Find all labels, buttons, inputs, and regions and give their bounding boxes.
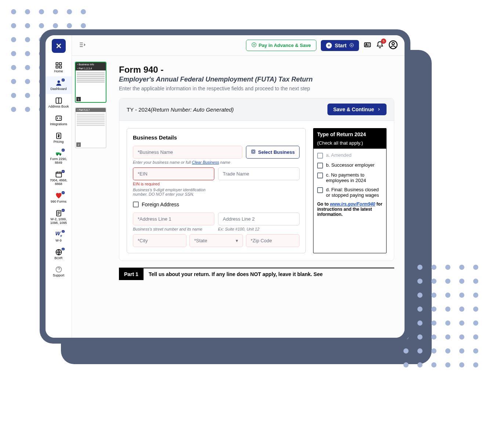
nav-label-pricing: Pricing: [54, 140, 64, 144]
return-type-section: Type of Return 2024 (Check all that appl…: [313, 128, 387, 253]
svg-point-4: [57, 80, 60, 83]
nav-7004[interactable]: 7004, 4868, 8868: [46, 168, 72, 189]
save-continue-button[interactable]: Save & Continue: [327, 104, 387, 115]
thumb2-number: 2: [76, 142, 81, 147]
thumbnail-page-1[interactable]: › Business Info › Part 1,2,3,4 1: [75, 62, 106, 103]
nav-form-2290[interactable]: Form 2290, 8849: [46, 146, 72, 168]
nav-integrations[interactable]: Integrations: [46, 112, 72, 129]
code-icon: [55, 115, 62, 122]
nav-boir[interactable]: BOIR: [46, 246, 72, 263]
svg-rect-1: [59, 63, 61, 65]
start-button[interactable]: + Start: [321, 40, 359, 51]
svg-rect-20: [252, 150, 255, 153]
help-icon: [55, 266, 62, 273]
ty-return-num: (Return Number: Auto Generated): [151, 106, 234, 113]
pay-advance-label: Pay in Advance & Save: [259, 43, 311, 48]
nav-990[interactable]: 990 Forms: [46, 189, 72, 207]
part-1-text: Tell us about your return. If any line d…: [149, 271, 323, 277]
app-frame: Home Dashboard Address Book Integrations…: [40, 29, 410, 344]
address1-helper: Business's street number and its name: [133, 227, 214, 231]
pay-advance-button[interactable]: Pay in Advance & Save: [246, 40, 317, 51]
form-subtitle: Employer's Annual Federal Unemployment (…: [119, 76, 394, 83]
nav-dashboard[interactable]: Dashboard: [46, 76, 72, 94]
business-icon: [251, 149, 256, 155]
bell-icon[interactable]: 5: [376, 41, 384, 50]
address-line-2-input[interactable]: [218, 213, 300, 225]
return-type-successor: b. Successor employer: [317, 162, 382, 168]
state-placeholder: *State: [194, 238, 207, 243]
svg-point-9: [59, 155, 61, 156]
successor-label: b. Successor employer: [326, 162, 374, 168]
svg-rect-7: [56, 153, 59, 155]
nav-label-dashboard: Dashboard: [50, 87, 66, 91]
business-name-input[interactable]: [133, 146, 242, 159]
book-icon: [55, 97, 62, 104]
form-card-header: TY - 2024(Return Number: Auto Generated)…: [119, 98, 394, 121]
irs-link[interactable]: www.irs.gov/Form940: [330, 202, 376, 207]
business-name-helper: Enter your business name or full Clear B…: [133, 160, 242, 164]
successor-checkbox[interactable]: [317, 163, 323, 168]
ein-input[interactable]: [133, 167, 214, 180]
sidebar: Home Dashboard Address Book Integrations…: [46, 35, 72, 338]
w9-icon: W9: [55, 231, 62, 238]
select-business-button[interactable]: Select Business: [246, 146, 300, 159]
tax-year-text: TY - 2024(Return Number: Auto Generated): [127, 106, 234, 113]
form-card: TY - 2024(Return Number: Auto Generated)…: [119, 98, 394, 261]
globe-icon: [55, 249, 62, 256]
svg-point-8: [57, 155, 58, 156]
nav-support[interactable]: Support: [46, 263, 72, 280]
zip-input[interactable]: [246, 234, 300, 247]
thumbnail-page-2[interactable]: › Part 5,6,7 2: [75, 107, 106, 148]
nav-pricing[interactable]: Pricing: [46, 129, 72, 147]
part-1-badge: Part 1: [119, 268, 144, 280]
no-payments-checkbox[interactable]: [317, 173, 323, 178]
final-checkbox[interactable]: [317, 187, 323, 193]
nav-label-7004: 7004, 4868, 8868: [47, 179, 70, 186]
city-input[interactable]: [133, 234, 186, 247]
person-icon: [55, 79, 62, 87]
business-details-section: Business Details Enter your business nam…: [127, 128, 306, 253]
nav-label-support: Support: [53, 274, 65, 278]
plus-icon: +: [326, 43, 332, 48]
return-type-no-payments: c. No payments to employees in 2024: [317, 172, 382, 183]
nav-label-address-book: Address Book: [48, 105, 69, 109]
dollar-doc-icon: [55, 132, 62, 139]
chevron-down-icon: [349, 43, 354, 48]
nav-home[interactable]: Home: [46, 59, 72, 76]
address-line-1-input[interactable]: [133, 213, 214, 225]
nav-label-boir: BOIR: [54, 257, 62, 260]
save-continue-label: Save & Continue: [333, 106, 374, 112]
thumb1-label2: Part 1,2,3,4: [79, 67, 92, 70]
clear-business-link[interactable]: Clear Business: [192, 160, 219, 164]
app-logo[interactable]: [52, 39, 66, 53]
thumb2-label1: Part 5,6,7: [79, 109, 90, 111]
id-card-icon[interactable]: [363, 41, 371, 50]
nav-label-integrations: Integrations: [50, 123, 67, 126]
nav-w2-1099[interactable]: W-2, 1099, 1098, 1095: [46, 207, 72, 228]
sidebar-collapse-button[interactable]: [79, 41, 86, 50]
foreign-address-checkbox[interactable]: [133, 202, 139, 207]
return-type-subheader: (Check all that apply.): [313, 140, 386, 149]
grid-icon: [55, 62, 62, 69]
thumb1-number: 1: [76, 97, 81, 101]
amended-checkbox[interactable]: [317, 153, 323, 159]
nav-address-book[interactable]: Address Book: [46, 94, 72, 112]
select-business-label: Select Business: [258, 149, 295, 155]
foreign-address-label: Foreign Address: [142, 202, 179, 207]
nav-label-990: 990 Forms: [51, 200, 66, 204]
irs-link-text: Go to www.irs.gov/Form940 for instructio…: [317, 202, 382, 217]
ein-helper: Business's 9-digit employer identificati…: [133, 188, 214, 196]
trade-name-input[interactable]: [218, 167, 300, 180]
chevron-right-icon: [377, 106, 381, 112]
svg-rect-10: [56, 172, 61, 177]
page-thumbnails: › Business Info › Part 1,2,3,4 1 › Part …: [72, 56, 109, 338]
part-1-section: Part 1 Tell us about your return. If any…: [119, 268, 394, 280]
state-dropdown[interactable]: *State ▾: [189, 234, 243, 247]
avatar-icon[interactable]: [388, 40, 398, 51]
thumb1-label1: Business Info: [79, 63, 94, 66]
form-title: Form 940 -: [119, 65, 394, 75]
address2-helper: Ex: Suite #100, Unit 12: [218, 227, 300, 231]
ty-year: TY - 2024: [127, 106, 151, 113]
nav-label-w2: W-2, 1099, 1098, 1095: [47, 218, 70, 225]
nav-w9[interactable]: W9 W-9: [46, 228, 72, 246]
